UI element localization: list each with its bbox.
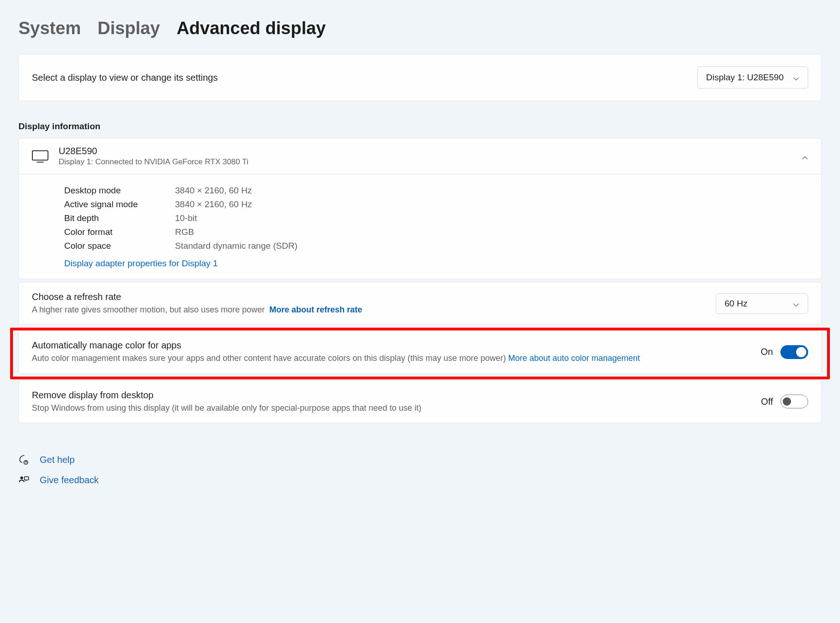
select-display-label: Select a display to view or change its s…	[32, 72, 218, 83]
prop-key: Color space	[64, 241, 175, 251]
prop-val: 10-bit	[175, 213, 197, 223]
auto-color-desc: Auto color management makes sure your ap…	[32, 353, 749, 364]
get-help-link[interactable]: Get help	[40, 455, 75, 465]
refresh-rate-desc-text: A higher rate gives smoother motion, but…	[32, 305, 265, 314]
display-info-card: U28E590 Display 1: Connected to NVIDIA G…	[18, 138, 822, 279]
select-display-card: Select a display to view or change its s…	[18, 54, 822, 101]
svg-point-4	[20, 476, 23, 479]
chevron-down-icon	[793, 300, 799, 307]
prop-key: Active signal mode	[64, 199, 175, 210]
refresh-rate-dropdown[interactable]: 60 Hz	[716, 294, 808, 314]
display-info-expander[interactable]: U28E590 Display 1: Connected to NVIDIA G…	[19, 138, 821, 174]
prop-val: RGB	[175, 227, 194, 237]
refresh-rate-card: Choose a refresh rate A higher rate give…	[18, 282, 822, 325]
table-row: Bit depth 10-bit	[64, 211, 808, 225]
breadcrumb: System Display Advanced display	[18, 0, 822, 54]
table-row: Color space Standard dynamic range (SDR)	[64, 239, 808, 253]
auto-color-toggle[interactable]	[780, 345, 808, 359]
refresh-rate-desc: A higher rate gives smoother motion, but…	[32, 304, 705, 315]
svg-point-3	[25, 463, 26, 464]
feedback-icon	[18, 475, 30, 486]
monitor-icon	[32, 150, 48, 163]
prop-val: 3840 × 2160, 60 Hz	[175, 199, 252, 210]
display-name: U28E590	[59, 146, 248, 156]
display-dropdown[interactable]: Display 1: U28E590	[697, 66, 808, 89]
table-row: Color format RGB	[64, 225, 808, 239]
prop-val: 3840 × 2160, 60 Hz	[175, 186, 252, 196]
display-dropdown-value: Display 1: U28E590	[706, 72, 784, 83]
auto-color-highlight: Automatically manage color for apps Auto…	[10, 328, 830, 379]
auto-color-card: Automatically manage color for apps Auto…	[18, 330, 822, 373]
prop-key: Bit depth	[64, 213, 175, 223]
chevron-down-icon	[793, 74, 799, 81]
svg-rect-0	[32, 150, 48, 160]
display-connected: Display 1: Connected to NVIDIA GeForce R…	[59, 157, 248, 167]
table-row: Active signal mode 3840 × 2160, 60 Hz	[64, 198, 808, 211]
remove-display-toggle[interactable]	[780, 395, 808, 408]
auto-color-title: Automatically manage color for apps	[32, 340, 749, 351]
display-info-properties: Desktop mode 3840 × 2160, 60 Hz Active s…	[19, 174, 821, 279]
breadcrumb-current: Advanced display	[176, 18, 326, 38]
auto-color-state-label: On	[761, 347, 773, 357]
breadcrumb-display[interactable]: Display	[97, 18, 160, 38]
svg-rect-5	[24, 477, 29, 480]
chevron-up-icon	[802, 153, 808, 160]
refresh-rate-title: Choose a refresh rate	[32, 292, 705, 302]
refresh-rate-link[interactable]: More about refresh rate	[269, 305, 362, 314]
auto-color-link[interactable]: More about auto color management	[508, 353, 640, 363]
auto-color-desc-text: Auto color management makes sure your ap…	[32, 353, 506, 363]
display-adapter-link[interactable]: Display adapter properties for Display 1	[64, 258, 218, 268]
refresh-rate-value: 60 Hz	[725, 299, 748, 309]
give-feedback-link[interactable]: Give feedback	[40, 475, 99, 485]
remove-display-state-label: Off	[761, 396, 773, 407]
remove-display-title: Remove display from desktop	[32, 390, 750, 401]
table-row: Desktop mode 3840 × 2160, 60 Hz	[64, 184, 808, 198]
footer-links: Get help Give feedback	[18, 450, 822, 491]
remove-display-desc: Stop Windows from using this display (it…	[32, 402, 750, 413]
help-icon	[18, 455, 30, 466]
remove-display-card: Remove display from desktop Stop Windows…	[18, 380, 822, 423]
prop-key: Desktop mode	[64, 186, 175, 196]
breadcrumb-system[interactable]: System	[18, 18, 81, 38]
prop-key: Color format	[64, 227, 175, 237]
display-information-heading: Display information	[18, 121, 822, 132]
prop-val: Standard dynamic range (SDR)	[175, 241, 297, 251]
